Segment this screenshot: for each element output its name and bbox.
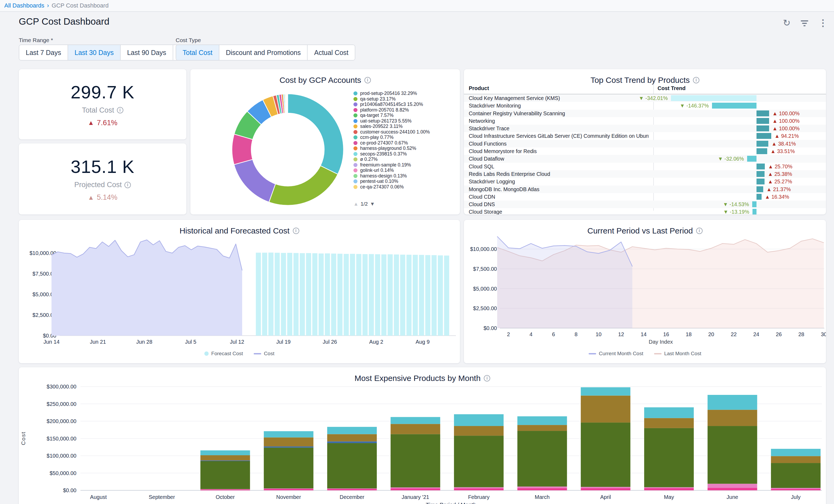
time-range-label: Time Range * — [19, 37, 53, 43]
legend-page-down-icon[interactable]: ▼ — [370, 201, 375, 207]
breadcrumb-all-dashboards-link[interactable]: All Dashboards — [4, 2, 44, 9]
table-row[interactable]: Cloud Infrastructure Services GitLab Ser… — [464, 132, 826, 140]
legend-swatch — [353, 152, 357, 156]
legend-swatch — [254, 353, 261, 354]
table-row[interactable]: Cloud Key Management Service (KMS)▼ -342… — [464, 94, 826, 102]
time-range-last-90-days[interactable]: Last 90 Days — [120, 45, 173, 60]
legend-item[interactable]: Forecast Cost — [204, 351, 243, 356]
legend-swatch — [353, 174, 357, 178]
legend-item[interactable]: freemium-sample 0.19% — [353, 162, 453, 168]
svg-text:$2,500.00: $2,500.00 — [473, 305, 497, 311]
info-icon[interactable]: i — [125, 182, 131, 188]
legend-item[interactable]: secops-239815 0.37% — [353, 151, 453, 157]
cost-type-total-cost[interactable]: Total Cost — [176, 45, 219, 60]
legend-item[interactable]: ce-qa-274307 0.06% — [353, 184, 453, 190]
time-range-last-30-days[interactable]: Last 30 Days — [68, 45, 120, 60]
legend-item[interactable]: sales-209522 3.11% — [353, 124, 453, 129]
legend-item[interactable]: pentest-uat 0.10% — [353, 178, 453, 184]
legend-label: ø 0.27% — [360, 157, 378, 162]
info-icon[interactable]: i — [117, 107, 123, 113]
legend-item[interactable]: qa-setup 23.17% — [353, 96, 453, 102]
legend-label: ce-qa-274307 0.06% — [360, 184, 403, 190]
legend-swatch — [353, 163, 357, 167]
svg-text:August: August — [90, 494, 107, 500]
legend-item[interactable]: platform-205701 8.82% — [353, 107, 453, 113]
svg-text:February: February — [468, 494, 489, 500]
current-vs-last-chart: $0.00$2,500.00$5,000.00$7,500.00$10,000.… — [464, 220, 826, 346]
trend-percent: ▲ 38.41% — [771, 141, 796, 147]
table-row[interactable]: Stackdriver Logging▲ 25.27% — [464, 178, 826, 185]
svg-text:$50,000.00: $50,000.00 — [50, 470, 76, 476]
legend-swatch — [353, 91, 357, 95]
legend-item[interactable]: uat-setup-261723 5.55% — [353, 118, 453, 124]
legend-item[interactable]: ce-prod-274307 0.67% — [353, 140, 453, 146]
legend-item[interactable]: golink-url 0.14% — [353, 168, 453, 173]
time-range-last-7-days[interactable]: Last 7 Days — [19, 45, 68, 60]
legend-item[interactable]: prod-setup-205416 32.29% — [353, 91, 453, 96]
trend-bar — [752, 209, 756, 215]
total-cost-value: 299.7 K — [71, 82, 135, 103]
table-row[interactable]: Cloud SQL▲ 25.70% — [464, 163, 826, 170]
projected-cost-delta: 5.14% — [97, 193, 117, 202]
product-name: Container Registry Vulnerability Scannin… — [469, 110, 565, 117]
trend-percent: ▲ 100.00% — [772, 126, 800, 132]
table-row[interactable]: Stackdriver Monitoring▼ -146.37% — [464, 102, 826, 109]
table-row[interactable]: Redis Labs Redis Enterprise Cloud▲ 25.38… — [464, 170, 826, 178]
table-row[interactable]: Cloud CDN▲ 16.34% — [464, 193, 826, 200]
legend-item[interactable]: pr10406a87045145c3 15.20% — [353, 102, 453, 107]
trend-bar — [671, 95, 756, 101]
table-row[interactable]: Cloud Functions▲ 38.41% — [464, 140, 826, 148]
legend-item[interactable]: customer-success-244100 1.00% — [353, 129, 453, 135]
cost-type-actual-cost[interactable]: Actual Cost — [307, 45, 355, 60]
trend-bar — [712, 103, 756, 109]
legend-label: pr10406a87045145c3 15.20% — [360, 102, 423, 107]
column-header-cost-trend[interactable]: Cost Trend — [658, 85, 685, 91]
legend-label: Cost — [264, 351, 275, 356]
trend-bar — [756, 194, 762, 200]
total-cost-delta: 7.61% — [97, 119, 117, 127]
table-row[interactable]: Cloud Storage▼ -13.19% — [464, 208, 826, 215]
table-row[interactable]: Cloud Dataflow▼ -32.06% — [464, 155, 826, 162]
more-menu-icon[interactable]: ⋮ — [818, 18, 828, 27]
legend-item[interactable]: Cost — [254, 351, 275, 356]
legend-page-up-icon[interactable]: ▲ — [353, 201, 358, 207]
trend-bar — [756, 171, 765, 177]
svg-text:10: 10 — [596, 331, 601, 337]
legend-label: harness-design 0.13% — [360, 173, 407, 179]
legend-swatch — [353, 124, 357, 128]
table-row[interactable]: Cloud Memorystore for Redis▲ 33.51% — [464, 148, 826, 155]
legend-swatch — [204, 351, 208, 356]
trend-bar — [756, 148, 767, 154]
legend-item[interactable]: Current Month Cost — [589, 351, 643, 356]
table-row[interactable]: Networking▲ 100.00% — [464, 117, 826, 125]
info-icon[interactable]: i — [693, 77, 699, 83]
table-row[interactable]: MongoDB Inc. MongoDB Atlas▲ 21.37% — [464, 185, 826, 193]
legend-item[interactable]: Last Month Cost — [654, 351, 701, 356]
cost-type-discount-and-promotions[interactable]: Discount and Promotions — [219, 45, 307, 60]
table-row[interactable]: Container Registry Vulnerability Scannin… — [464, 110, 826, 117]
legend-item[interactable]: harness-playground 0.52% — [353, 146, 453, 151]
svg-text:December: December — [339, 494, 365, 500]
legend-item[interactable]: harness-design 0.13% — [353, 173, 453, 179]
column-header-product[interactable]: Product — [469, 85, 489, 91]
historical-forecast-chart: $0.00$2,500.00$5,000.00$7,500.00$10,000.… — [19, 220, 460, 349]
refresh-icon[interactable]: ↻ — [783, 18, 791, 27]
svg-text:Jul 12: Jul 12 — [230, 339, 244, 345]
legend-label: secops-239815 0.37% — [360, 151, 407, 157]
table-row[interactable]: Stackdriver Trace▲ 100.00% — [464, 125, 826, 132]
info-icon[interactable]: i — [365, 77, 371, 83]
svg-text:Cost: Cost — [20, 431, 26, 445]
trend-table-body: Cloud Key Management Service (KMS)▼ -342… — [464, 94, 826, 215]
legend-item[interactable]: ø 0.27% — [353, 157, 453, 162]
top-cost-trend-card: Top Cost Trend by Productsi Product Cost… — [464, 69, 826, 215]
filter-icon[interactable] — [801, 19, 808, 26]
legend-item[interactable]: qa-target 7.57% — [353, 113, 453, 118]
svg-text:Aug 9: Aug 9 — [416, 339, 430, 345]
table-row[interactable]: Cloud DNS▼ -14.53% — [464, 200, 826, 208]
legend-item[interactable]: ccm-play 0.77% — [353, 135, 453, 140]
svg-text:Jun 28: Jun 28 — [136, 339, 152, 345]
product-name: Cloud DNS — [469, 201, 495, 207]
top-cost-trend-title: Top Cost Trend by Products — [591, 75, 690, 85]
svg-text:28: 28 — [798, 331, 804, 337]
product-name: Cloud Functions — [469, 141, 507, 147]
